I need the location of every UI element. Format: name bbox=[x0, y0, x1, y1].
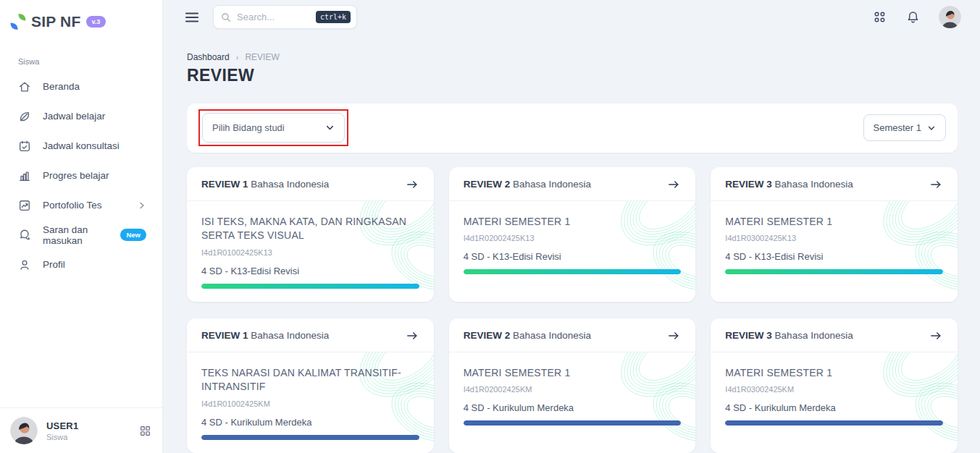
review-card-header: REVIEW 2 Bahasa Indonesia bbox=[449, 167, 696, 201]
search-box[interactable]: ctrl+k bbox=[213, 5, 357, 29]
review-card-title: REVIEW 2 Bahasa Indonesia bbox=[464, 330, 591, 341]
chevron-right-icon bbox=[138, 201, 146, 210]
bidang-studi-select[interactable]: Pilih Bidang studi bbox=[202, 113, 345, 143]
search-input[interactable] bbox=[237, 12, 316, 22]
page-content: Dashboard › REVIEW REVIEW Pilih Bidang s… bbox=[163, 35, 980, 453]
home-icon bbox=[18, 80, 31, 93]
card-progress-fill bbox=[725, 420, 943, 426]
card-topic: MATERI SEMESTER 1 bbox=[725, 215, 943, 229]
progress-bar bbox=[464, 269, 682, 274]
review-card-body: MATERI SEMESTER 1 I4d1R02002425KM 4 SD -… bbox=[449, 352, 696, 453]
sidebar-item-saran-dan-masukan[interactable]: Saran dan masukan New bbox=[0, 220, 162, 250]
progress-bar bbox=[725, 420, 943, 426]
card-level: 4 SD - K13-Edisi Revisi bbox=[464, 251, 682, 262]
card-progress-fill bbox=[201, 284, 419, 289]
review-card[interactable]: REVIEW 1 Bahasa Indonesia ISI TEKS, MAKN… bbox=[187, 167, 434, 302]
arrow-right-icon[interactable] bbox=[405, 329, 419, 342]
review-card-body: MATERI SEMESTER 1 I4d1R02002425K13 4 SD … bbox=[449, 201, 696, 302]
sidebar-item-portofolio-tes[interactable]: Portofolio Tes bbox=[0, 190, 162, 220]
review-card[interactable]: REVIEW 2 Bahasa Indonesia MATERI SEMESTE… bbox=[449, 167, 696, 302]
annotation-highlight-box: Pilih Bidang studi bbox=[198, 109, 348, 146]
card-level: 4 SD - K13-Edisi Revisi bbox=[201, 266, 419, 276]
profile-avatar[interactable] bbox=[939, 6, 961, 28]
review-card[interactable]: REVIEW 2 Bahasa Indonesia MATERI SEMESTE… bbox=[449, 318, 696, 453]
review-card[interactable]: REVIEW 3 Bahasa Indonesia MATERI SEMESTE… bbox=[711, 167, 958, 302]
card-level: 4 SD - Kurikulum Merdeka bbox=[464, 402, 682, 413]
review-card-title: REVIEW 3 Bahasa Indonesia bbox=[725, 179, 853, 190]
sidebar-item-jadwal-belajar[interactable]: Jadwal belajar bbox=[0, 101, 162, 131]
review-card-body: MATERI SEMESTER 1 I4d1R03002425KM 4 SD -… bbox=[711, 352, 958, 453]
cards-grid: REVIEW 1 Bahasa Indonesia ISI TEKS, MAKN… bbox=[187, 167, 958, 453]
new-badge: New bbox=[120, 229, 146, 241]
card-level: 4 SD - Kurikulum Merdeka bbox=[725, 402, 943, 413]
card-code: I4d1R03002425KM bbox=[725, 385, 943, 394]
chat-bubbles-icon bbox=[18, 229, 31, 242]
card-topic: ISI TEKS, MAKNA KATA, DAN RINGKASAN SERT… bbox=[201, 215, 419, 243]
arrow-right-icon[interactable] bbox=[405, 178, 419, 191]
calendar-check-icon bbox=[18, 140, 31, 153]
sidebar-section-label: Siswa bbox=[18, 57, 162, 66]
card-level: 4 SD - Kurikulum Merdeka bbox=[201, 417, 419, 428]
card-topic: MATERI SEMESTER 1 bbox=[464, 215, 682, 229]
review-card[interactable]: REVIEW 1 Bahasa Indonesia TEKS NARASI DA… bbox=[187, 318, 434, 453]
review-card[interactable]: REVIEW 3 Bahasa Indonesia MATERI SEMESTE… bbox=[711, 318, 958, 453]
user-role: Siswa bbox=[46, 433, 78, 441]
card-code: I4d1R01002425KM bbox=[201, 399, 419, 408]
sidebar-user-panel[interactable]: USER1 Siswa bbox=[0, 407, 162, 453]
sidebar-item-progres-belajar[interactable]: Progres belajar bbox=[0, 161, 162, 190]
semester-select[interactable]: Semester 1 bbox=[863, 114, 946, 141]
card-code: I4d1R02002425KM bbox=[464, 385, 682, 394]
apps-icon[interactable] bbox=[872, 9, 887, 25]
progress-bar bbox=[201, 435, 419, 440]
arrow-right-icon[interactable] bbox=[929, 178, 943, 191]
card-level: 4 SD - K13-Edisi Revisi bbox=[725, 251, 943, 262]
review-card-header: REVIEW 2 Bahasa Indonesia bbox=[449, 318, 696, 352]
progress-bar bbox=[201, 284, 419, 289]
review-card-header: REVIEW 3 Bahasa Indonesia bbox=[711, 318, 958, 352]
card-progress-fill bbox=[464, 269, 682, 274]
card-topic: MATERI SEMESTER 1 bbox=[725, 366, 943, 381]
breadcrumb-current: REVIEW bbox=[245, 52, 279, 62]
leaf-icon bbox=[18, 110, 31, 123]
hamburger-menu-icon[interactable] bbox=[183, 9, 201, 25]
review-card-body: ISI TEKS, MAKNA KATA, DAN RINGKASAN SERT… bbox=[187, 201, 434, 302]
sidebar-item-profil[interactable]: Profil bbox=[0, 250, 162, 279]
breadcrumb-dashboard-link[interactable]: Dashboard bbox=[187, 52, 230, 62]
chevron-down-icon bbox=[927, 124, 936, 132]
logo-text: SIP NF bbox=[31, 13, 81, 30]
user-name: USER1 bbox=[46, 420, 78, 431]
chevron-down-icon bbox=[325, 123, 335, 132]
review-card-title: REVIEW 1 Bahasa Indonesia bbox=[201, 330, 329, 341]
review-card-title: REVIEW 3 Bahasa Indonesia bbox=[725, 330, 853, 341]
progress-bar bbox=[464, 420, 682, 426]
arrow-right-icon[interactable] bbox=[666, 329, 681, 342]
card-progress-fill bbox=[201, 435, 419, 440]
sidebar-item-beranda[interactable]: Beranda bbox=[0, 72, 162, 101]
search-icon bbox=[221, 12, 231, 22]
card-progress-fill bbox=[464, 420, 682, 426]
arrow-right-icon[interactable] bbox=[929, 329, 943, 342]
grid-icon[interactable] bbox=[138, 424, 152, 438]
bar-chart-icon bbox=[18, 169, 31, 182]
card-topic: TEKS NARASI DAN KALIMAT TRANSITIF-INTRAN… bbox=[201, 366, 419, 394]
breadcrumb-separator-icon: › bbox=[236, 53, 239, 62]
card-code: I4d1R03002425K13 bbox=[725, 234, 943, 242]
card-code: I4d1R01002425K13 bbox=[201, 248, 419, 257]
keyboard-shortcut-badge: ctrl+k bbox=[316, 11, 351, 23]
sidebar-item-jadwal-konsultasi[interactable]: Jadwal konsultasi bbox=[0, 131, 162, 161]
bell-icon[interactable] bbox=[905, 9, 921, 25]
card-code: I4d1R02002425K13 bbox=[464, 234, 682, 242]
review-card-body: TEKS NARASI DAN KALIMAT TRANSITIF-INTRAN… bbox=[187, 352, 434, 453]
user-icon bbox=[18, 258, 31, 271]
card-topic: MATERI SEMESTER 1 bbox=[464, 366, 682, 381]
line-chart-icon bbox=[18, 199, 31, 212]
progress-bar bbox=[725, 269, 943, 274]
user-avatar bbox=[10, 417, 38, 444]
arrow-right-icon[interactable] bbox=[666, 178, 681, 191]
sidebar-nav: Beranda Jadwal belajar Jadwal konsultasi… bbox=[0, 72, 162, 279]
review-card-body: MATERI SEMESTER 1 I4d1R03002425K13 4 SD … bbox=[711, 201, 958, 302]
page-title: REVIEW bbox=[187, 66, 958, 85]
version-badge: v.3 bbox=[86, 16, 106, 27]
filter-bar: Pilih Bidang studi Semester 1 bbox=[187, 103, 958, 153]
app-logo[interactable]: SIP NF v.3 bbox=[0, 0, 162, 40]
